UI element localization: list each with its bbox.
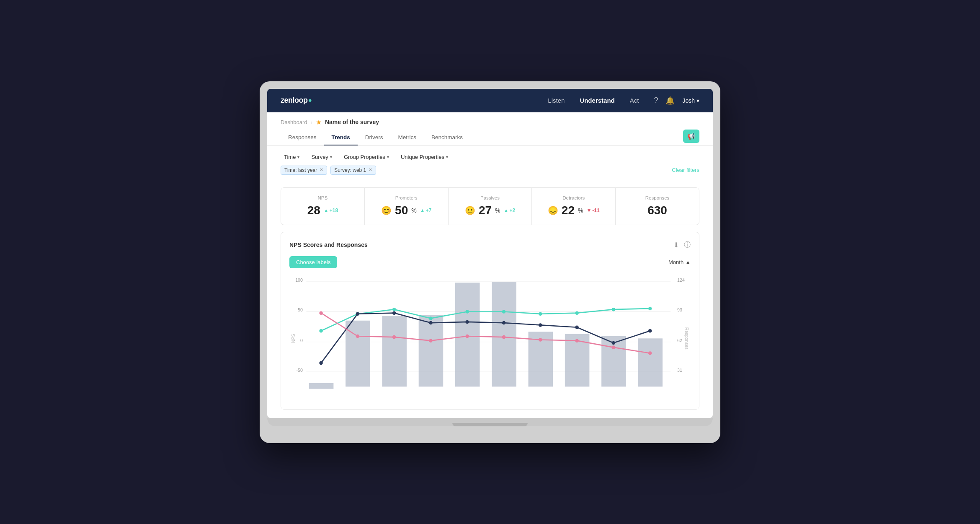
tab-metrics[interactable]: Metrics: [391, 130, 424, 145]
stat-nps: NPS 28 ▲ +18: [281, 188, 365, 225]
filter-tag-time-close-icon[interactable]: ✕: [320, 167, 323, 173]
svg-point-34: [319, 361, 323, 365]
stat-detractors-change: ▼ -11: [586, 208, 599, 213]
detractors-emoji-icon: 😞: [548, 205, 558, 215]
choose-labels-button[interactable]: Choose labels: [289, 256, 337, 268]
svg-rect-17: [419, 315, 444, 386]
svg-point-52: [612, 345, 616, 349]
svg-point-32: [612, 307, 616, 311]
stat-passives-label: Passives: [457, 195, 524, 200]
stat-nps-change: ▲ +18: [324, 208, 338, 213]
filter-tags-row: Time: last year ✕ Survey: web 1 ✕ Clear …: [267, 162, 713, 181]
svg-point-26: [392, 307, 396, 311]
passives-emoji-icon: 😐: [465, 205, 475, 215]
logo-dot: •: [309, 96, 312, 105]
svg-point-38: [465, 320, 469, 324]
filter-tag-survey-close-icon[interactable]: ✕: [369, 167, 372, 173]
svg-text:-50: -50: [297, 368, 303, 373]
filter-tag-time-label: Time: last year: [284, 167, 317, 173]
filter-unique-properties[interactable]: Unique Properties ▾: [397, 152, 451, 162]
promoters-emoji-icon: 😊: [381, 205, 392, 215]
clear-filters-button[interactable]: Clear filters: [672, 167, 699, 173]
chart-header: NPS Scores and Responses ⬇ ⓘ: [289, 241, 691, 249]
stat-detractors-value: 😞 22% ▼ -11: [540, 204, 607, 217]
stat-promoters-change: ▲ +7: [420, 208, 432, 213]
tab-responses[interactable]: Responses: [281, 130, 324, 145]
user-chevron-icon: ▾: [696, 97, 699, 104]
svg-point-41: [575, 325, 579, 329]
svg-rect-16: [382, 316, 407, 387]
svg-rect-23: [638, 338, 663, 387]
filter-tag-time[interactable]: Time: last year ✕: [281, 166, 327, 175]
month-selector[interactable]: Month ▲: [668, 259, 691, 265]
svg-text:Responses: Responses: [684, 327, 689, 349]
svg-rect-19: [492, 282, 516, 387]
filter-time-chevron-icon: ▾: [297, 155, 299, 159]
svg-point-36: [392, 311, 396, 315]
stat-nps-label: NPS: [289, 195, 356, 200]
chart-actions: ⬇ ⓘ: [673, 241, 691, 249]
tabs-row: Responses Trends Drivers Metrics Benchma…: [281, 130, 699, 145]
svg-text:124: 124: [677, 278, 685, 283]
chart-info-icon[interactable]: ⓘ: [684, 241, 691, 249]
svg-point-33: [648, 306, 652, 310]
help-icon[interactable]: ?: [654, 96, 658, 105]
filter-tag-survey-label: Survey: web 1: [334, 167, 366, 173]
user-label: Josh: [682, 97, 695, 104]
tab-drivers[interactable]: Drivers: [358, 130, 391, 145]
stat-promoters-label: Promoters: [373, 195, 440, 200]
filter-unique-label: Unique Properties: [401, 154, 444, 160]
logo-text: zenloop: [281, 96, 308, 105]
announce-button[interactable]: 📢: [683, 130, 699, 143]
svg-point-42: [612, 341, 616, 345]
laptop-base: [267, 418, 713, 426]
nav-right: ? 🔔 Josh ▾: [654, 96, 699, 105]
svg-text:31: 31: [677, 368, 682, 373]
nav-understand[interactable]: Understand: [580, 97, 614, 104]
svg-text:100: 100: [295, 278, 303, 283]
chart-section: NPS Scores and Responses ⬇ ⓘ Choose labe…: [281, 232, 699, 410]
svg-point-29: [502, 310, 506, 314]
survey-name-breadcrumb: Name of the survey: [325, 119, 379, 125]
filter-time-label: Time: [284, 154, 296, 160]
month-label: Month: [668, 259, 683, 265]
svg-point-48: [465, 334, 469, 338]
top-navigation: zenloop• Listen Understand Act ? 🔔 Josh …: [267, 89, 713, 112]
chart-title: NPS Scores and Responses: [289, 241, 368, 248]
nav-act[interactable]: Act: [630, 97, 639, 104]
filter-survey-chevron-icon: ▾: [330, 155, 332, 159]
svg-point-30: [539, 312, 542, 316]
logo: zenloop•: [281, 96, 312, 105]
svg-point-35: [356, 312, 360, 316]
nav-links: Listen Understand Act: [548, 97, 639, 104]
filter-survey[interactable]: Survey ▾: [308, 152, 335, 162]
stat-responses-value: 630: [624, 204, 691, 217]
stat-responses-label: Responses: [624, 195, 691, 200]
stat-passives-value: 😐 27% ▲ +2: [457, 204, 524, 217]
svg-point-47: [429, 339, 433, 342]
stat-passives-change: ▲ +2: [504, 208, 516, 213]
filter-tag-survey[interactable]: Survey: web 1 ✕: [330, 166, 376, 175]
stat-responses: Responses 630: [616, 188, 699, 225]
filter-time[interactable]: Time ▾: [281, 152, 303, 162]
tab-benchmarks[interactable]: Benchmarks: [424, 130, 470, 145]
filter-group-properties[interactable]: Group Properties ▾: [340, 152, 392, 162]
chart-controls: Choose labels Month ▲: [289, 256, 691, 268]
tab-trends[interactable]: Trends: [324, 130, 358, 145]
nps-chart: 100 50 0 -50 NPS 124 93 62 31 Responses: [289, 273, 691, 399]
svg-point-27: [429, 316, 433, 320]
svg-point-53: [648, 351, 652, 355]
breadcrumb-dashboard[interactable]: Dashboard: [281, 119, 307, 125]
svg-point-31: [575, 311, 579, 315]
stat-detractors-label: Detractors: [540, 195, 607, 200]
svg-point-44: [319, 311, 323, 315]
svg-point-51: [575, 339, 579, 342]
stats-row: NPS 28 ▲ +18 Promoters 😊 50% ▲ +7 Passiv…: [281, 187, 699, 225]
svg-text:50: 50: [298, 307, 303, 312]
user-menu[interactable]: Josh ▾: [682, 97, 699, 104]
svg-text:NPS: NPS: [291, 334, 296, 343]
filter-group-label: Group Properties: [344, 154, 385, 160]
svg-point-24: [319, 329, 323, 332]
nav-listen[interactable]: Listen: [548, 97, 565, 104]
chart-download-icon[interactable]: ⬇: [673, 241, 679, 249]
